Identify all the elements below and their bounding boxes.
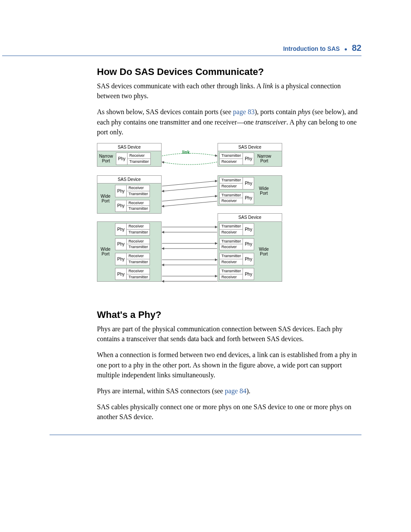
footer-rule (50, 435, 361, 435)
phy-para-2: When a connection is formed between two … (97, 350, 361, 380)
device-mid-left: SAS Device Wide Port PhyReceiverTransmit… (97, 175, 162, 214)
text: ). (246, 387, 250, 395)
phy-box: PhyReceiverTransmitter (115, 185, 150, 197)
link-page-84[interactable]: page 84 (225, 387, 246, 395)
port-label: Wide Port (255, 222, 272, 281)
bullet-icon: ● (344, 46, 347, 52)
device-title: SAS Device (218, 214, 282, 221)
running-header: Introduction to SAS ● 82 (50, 43, 361, 53)
phy-box: PhyReceiverTransmitter (115, 238, 150, 251)
port-label: Wide Port (97, 222, 114, 281)
link-page-83[interactable]: page 83 (233, 108, 255, 115)
device-top-right: SAS Device TransmitterReceiver Phy Narro… (218, 143, 282, 167)
term-transceiver: transceiver (255, 118, 286, 126)
phy-box: PhyReceiverTransmitter (115, 253, 150, 265)
device-bot-left: Wide Port PhyReceiverTransmitter PhyRece… (97, 221, 162, 282)
port-label: Wide Port (255, 176, 272, 205)
port-label: Narrow Port (97, 151, 115, 166)
svg-line-2 (162, 196, 217, 201)
device-label-right: SAS Device (218, 213, 282, 221)
phy-box: TransmitterReceiverPhy (219, 177, 254, 190)
rt-pair: ReceiverTransmitter (127, 153, 150, 165)
phy-box: PhyReceiverTransmitter (115, 223, 150, 236)
para-1: SAS devices communicate with each other … (97, 81, 361, 101)
phy-box: Phy ReceiverTransmitter (116, 152, 151, 165)
document-page: Introduction to SAS ● 82 How Do SAS Devi… (0, 0, 411, 470)
phy-box: PhyReceiverTransmitter (115, 268, 150, 280)
text: As shown below, SAS devices contain port… (97, 108, 233, 115)
port-narrow-right: TransmitterReceiver Phy Narrow Port (218, 151, 282, 166)
device-top-left: SAS Device Narrow Port Phy ReceiverTrans… (97, 143, 162, 167)
svg-line-3 (162, 201, 217, 206)
text: SAS devices communicate with each other … (97, 82, 263, 90)
term-phys: phys (298, 108, 310, 115)
device-title: SAS Device (97, 176, 161, 183)
main-content: How Do SAS Devices Communicate? SAS devi… (50, 56, 361, 422)
svg-line-0 (162, 181, 217, 186)
phy-para-1: Phys are part of the physical communicat… (97, 324, 361, 344)
term-link: link (263, 82, 273, 90)
heading-phy: What's a Phy? (97, 309, 361, 320)
device-mid-right: TransmitterReceiverPhy TransmitterReceiv… (218, 175, 282, 206)
phy-para-3: Phys are internal, within SAS connectors… (97, 386, 361, 396)
phy-box: TransmitterReceiverPhy (219, 238, 254, 251)
port-label: Narrow Port (255, 151, 273, 166)
port-label: Wide Port (97, 184, 114, 213)
phy-box: TransmitterReceiverPhy (219, 192, 254, 205)
rt-pair: TransmitterReceiver (220, 153, 243, 165)
text: ), ports contain (255, 108, 298, 115)
phy-box: TransmitterReceiverPhy (219, 223, 254, 236)
svg-line-1 (162, 186, 217, 191)
label-link: link (182, 150, 190, 155)
phy-box: PhyReceiverTransmitter (115, 200, 150, 212)
phy-box: TransmitterReceiverPhy (219, 253, 254, 265)
header-section: Introduction to SAS (283, 45, 339, 52)
phy-box: TransmitterReceiver Phy (219, 152, 254, 165)
port-wide-right-2: TransmitterReceiverPhy TransmitterReceiv… (218, 176, 282, 205)
page-number: 82 (352, 43, 361, 53)
text: Phys are internal, within SAS connectors… (97, 387, 225, 395)
device-bot-right: TransmitterReceiverPhy TransmitterReceiv… (218, 221, 282, 282)
port-narrow-left: Narrow Port Phy ReceiverTransmitter (97, 151, 161, 166)
para-2: As shown below, SAS devices contain port… (97, 107, 361, 137)
heading-communicate: How Do SAS Devices Communicate? (97, 66, 361, 78)
port-wide-right-4: TransmitterReceiverPhy TransmitterReceiv… (218, 222, 282, 281)
sas-diagram: SAS Device Narrow Port Phy ReceiverTrans… (97, 143, 282, 298)
port-wide-left-2: Wide Port PhyReceiverTransmitter PhyRece… (97, 183, 161, 213)
phy-box: TransmitterReceiverPhy (219, 268, 254, 280)
phy-label: Phy (116, 153, 127, 165)
port-wide-left-4: Wide Port PhyReceiverTransmitter PhyRece… (97, 222, 161, 281)
phy-para-4: SAS cables physically connect one or mor… (97, 402, 361, 422)
phy-label: Phy (243, 153, 254, 165)
device-title: SAS Device (218, 143, 282, 151)
device-title: SAS Device (97, 143, 161, 151)
